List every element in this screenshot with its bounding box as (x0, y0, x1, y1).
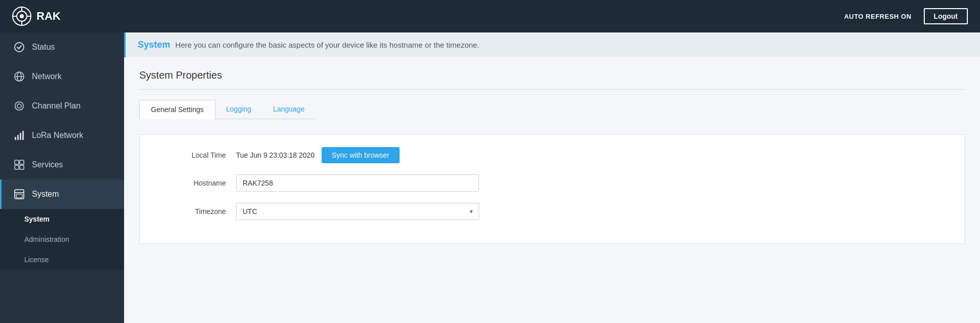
sidebar-label-channel-plan: Channel Plan (32, 101, 81, 111)
page-header: System Here you can configure the basic … (124, 32, 980, 57)
main-content: System Here you can configure the basic … (124, 32, 980, 323)
local-time-value-group: Tue Jun 9 23:03:18 2020 Sync with browse… (236, 147, 400, 163)
svg-rect-16 (15, 160, 19, 164)
lora-icon (14, 130, 25, 141)
svg-rect-22 (16, 194, 22, 198)
sidebar-submenu-item-license[interactable]: License (0, 249, 124, 270)
page-title: System (138, 40, 170, 50)
auto-refresh-label: AUTO REFRESH ON (844, 13, 912, 20)
svg-rect-18 (15, 165, 19, 169)
hostname-input[interactable] (236, 174, 479, 192)
system-icon (14, 189, 25, 200)
sidebar-label-system: System (32, 190, 59, 199)
status-icon (14, 42, 25, 53)
section-title: System Properties (139, 69, 965, 81)
timezone-select[interactable]: UTC America/New_York Europe/London Asia/… (236, 203, 479, 220)
brand: RAK (12, 7, 61, 26)
sidebar-submenu-item-system[interactable]: System (0, 209, 124, 229)
divider (139, 89, 965, 90)
svg-rect-12 (15, 137, 16, 140)
content-area: System Properties General Settings Loggi… (124, 57, 980, 256)
local-time-value: Tue Jun 9 23:03:18 2020 (236, 151, 315, 159)
logout-button[interactable]: Logout (924, 8, 968, 24)
svg-rect-19 (20, 165, 24, 169)
channel-icon (14, 100, 25, 112)
layout: Status Network (0, 32, 980, 323)
tab-language[interactable]: Language (262, 100, 316, 119)
navbar: RAK AUTO REFRESH ON Logout (0, 0, 980, 32)
sidebar-item-lora-network[interactable]: LoRa Network (0, 121, 124, 150)
tab-general-settings[interactable]: General Settings (139, 100, 215, 119)
rak-logo-icon (12, 7, 31, 26)
form-section: Local Time Tue Jun 9 23:03:18 2020 Sync … (139, 134, 965, 244)
sidebar-item-network[interactable]: Network (0, 62, 124, 91)
sync-with-browser-button[interactable]: Sync with browser (322, 147, 400, 163)
tabs: General Settings Logging Language (139, 100, 965, 119)
network-icon (14, 71, 25, 82)
services-icon (14, 159, 25, 170)
timezone-label: Timezone (155, 207, 236, 216)
svg-rect-17 (20, 160, 24, 164)
svg-rect-13 (17, 135, 19, 140)
navbar-right: AUTO REFRESH ON Logout (844, 8, 968, 24)
sidebar-item-services[interactable]: Services (0, 150, 124, 180)
sidebar-label-services: Services (32, 160, 63, 169)
timezone-row: Timezone UTC America/New_York Europe/Lon… (155, 203, 949, 220)
svg-point-11 (17, 104, 21, 108)
local-time-label: Local Time (155, 151, 236, 159)
sidebar-submenu: System Administration License (0, 209, 124, 270)
svg-rect-15 (22, 131, 24, 140)
sidebar-submenu-item-administration[interactable]: Administration (0, 229, 124, 249)
sidebar: Status Network (0, 32, 124, 323)
brand-name: RAK (36, 10, 61, 23)
svg-point-2 (20, 14, 24, 18)
page-description: Here you can configure the basic aspects… (175, 41, 479, 49)
svg-point-7 (15, 43, 24, 52)
sidebar-label-network: Network (32, 72, 62, 81)
tab-logging[interactable]: Logging (215, 100, 262, 119)
timezone-select-wrapper: UTC America/New_York Europe/London Asia/… (236, 203, 479, 220)
sidebar-label-lora-network: LoRa Network (32, 131, 83, 140)
svg-rect-14 (20, 133, 21, 140)
sidebar-item-status[interactable]: Status (0, 32, 124, 62)
hostname-row: Hostname (155, 174, 949, 192)
sidebar-item-channel-plan[interactable]: Channel Plan (0, 91, 124, 121)
sidebar-label-status: Status (32, 43, 55, 52)
local-time-row: Local Time Tue Jun 9 23:03:18 2020 Sync … (155, 147, 949, 163)
hostname-label: Hostname (155, 179, 236, 187)
sidebar-item-system[interactable]: System (0, 180, 124, 209)
